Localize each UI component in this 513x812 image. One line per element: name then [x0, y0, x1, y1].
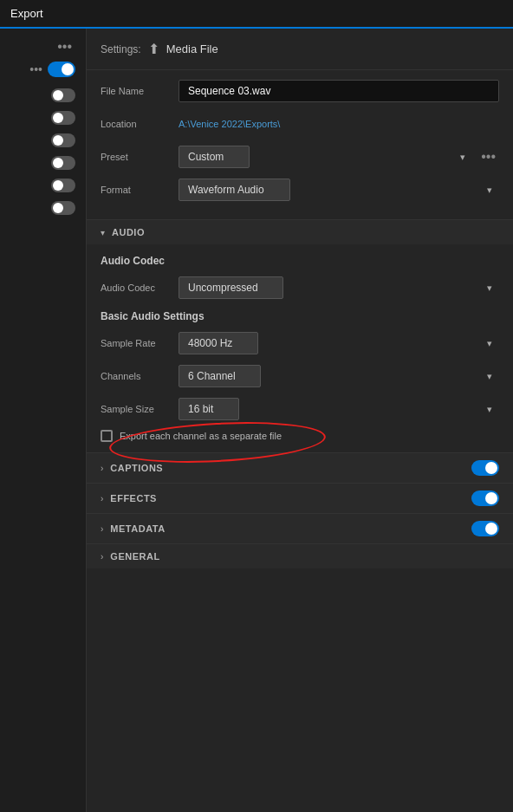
- sidebar-toggle-5[interactable]: [51, 156, 75, 170]
- sample-size-select[interactable]: 16 bit: [179, 398, 239, 420]
- audio-codec-heading: Audio Codec: [101, 255, 499, 267]
- sidebar-toggle-1[interactable]: [48, 62, 75, 77]
- app-title: Export: [10, 7, 43, 20]
- sidebar-more-icon[interactable]: •••: [54, 36, 75, 58]
- file-name-input[interactable]: [179, 80, 499, 102]
- sample-rate-row: Sample Rate 48000 Hz: [101, 331, 499, 355]
- export-channel-annotated: Export each channel as a separate file: [101, 430, 499, 442]
- preset-label: Preset: [101, 152, 179, 162]
- export-channel-label: Export each channel as a separate file: [120, 431, 282, 441]
- format-wrapper: Waveform Audio: [179, 179, 499, 201]
- location-row: Location A:\Venice 2022\Exports\: [101, 112, 499, 136]
- metadata-section-header[interactable]: › METADATA: [87, 513, 513, 543]
- captions-section-title: CAPTIONS: [110, 463, 464, 473]
- export-channel-row: Export each channel as a separate file: [101, 430, 499, 442]
- audio-section-body: Audio Codec Audio Codec Uncompressed Bas…: [87, 244, 513, 452]
- location-value-wrapper: A:\Venice 2022\Exports\: [179, 118, 499, 130]
- sidebar-row-4: [3, 133, 82, 147]
- export-channel-checkbox[interactable]: [101, 430, 113, 442]
- settings-title: Media File: [166, 42, 218, 55]
- audio-codec-wrapper: Uncompressed: [179, 276, 499, 299]
- channels-select-container: 6 Channel: [179, 365, 499, 387]
- settings-label: Settings:: [101, 43, 141, 55]
- media-file-icon: ⬆: [148, 41, 159, 57]
- sample-size-row: Sample Size 16 bit: [101, 397, 499, 421]
- settings-header: Settings: ⬆ Media File: [87, 29, 513, 70]
- sidebar-row-2: [3, 88, 82, 102]
- effects-section-header[interactable]: › EFFECTS: [87, 483, 513, 513]
- sample-size-label: Sample Size: [101, 404, 179, 414]
- sample-rate-label: Sample Rate: [101, 338, 179, 348]
- sidebar-row-top: •••: [3, 62, 82, 77]
- sidebar-toggle-7[interactable]: [51, 201, 75, 215]
- sidebar-toggle-2[interactable]: [51, 88, 75, 102]
- audio-codec-label: Audio Codec: [101, 283, 179, 293]
- format-row: Format Waveform Audio: [101, 178, 499, 202]
- audio-chevron-icon: ▾: [101, 228, 105, 237]
- sample-rate-wrapper: 48000 Hz: [179, 332, 499, 354]
- file-name-value-wrapper: [179, 80, 499, 102]
- preset-select[interactable]: Custom: [179, 146, 250, 168]
- format-label: Format: [101, 185, 179, 195]
- sidebar-row-5: [3, 156, 82, 170]
- metadata-toggle[interactable]: [471, 521, 499, 536]
- audio-codec-select[interactable]: Uncompressed: [179, 276, 283, 299]
- audio-section-header[interactable]: ▾ AUDIO: [87, 219, 513, 244]
- effects-toggle[interactable]: [471, 490, 499, 506]
- sidebar: ••• •••: [0, 29, 87, 812]
- preset-row: Preset Custom •••: [101, 145, 499, 169]
- general-section-header[interactable]: › GENERAL: [87, 543, 513, 568]
- preset-select-container: Custom: [179, 146, 472, 168]
- sample-rate-select-container: 48000 Hz: [179, 332, 499, 354]
- sidebar-toggle-6[interactable]: [51, 179, 75, 192]
- sidebar-row-7: [3, 201, 82, 215]
- sidebar-row-3: [3, 111, 82, 125]
- file-name-row: File Name: [101, 79, 499, 103]
- sidebar-toggle-4[interactable]: [51, 133, 75, 147]
- metadata-section-title: METADATA: [110, 523, 464, 534]
- file-name-label: File Name: [101, 86, 179, 96]
- form-body: File Name Location A:\Venice 2022\Export…: [87, 70, 513, 219]
- basic-audio-settings-heading: Basic Audio Settings: [101, 310, 499, 322]
- sample-size-wrapper: 16 bit: [179, 398, 499, 420]
- channels-select[interactable]: 6 Channel: [179, 365, 261, 387]
- location-label: Location: [101, 119, 179, 129]
- preset-more-icon[interactable]: •••: [477, 147, 499, 166]
- channels-wrapper: 6 Channel: [179, 365, 499, 387]
- sidebar-toggle-3[interactable]: [51, 111, 75, 125]
- captions-section-header[interactable]: › CAPTIONS: [87, 452, 513, 483]
- format-select[interactable]: Waveform Audio: [179, 179, 290, 201]
- location-link[interactable]: A:\Venice 2022\Exports\: [179, 119, 280, 129]
- metadata-chevron-icon: ›: [101, 524, 103, 534]
- general-section-title: GENERAL: [110, 551, 499, 562]
- audio-codec-select-container: Uncompressed: [179, 276, 499, 299]
- audio-section-title: AUDIO: [112, 227, 499, 237]
- captions-toggle[interactable]: [471, 460, 499, 476]
- format-select-container: Waveform Audio: [179, 179, 499, 201]
- effects-chevron-icon: ›: [101, 494, 103, 503]
- preset-wrapper: Custom •••: [179, 146, 499, 168]
- sample-size-select-container: 16 bit: [179, 398, 499, 420]
- sample-rate-select[interactable]: 48000 Hz: [179, 332, 258, 354]
- audio-codec-row: Audio Codec Uncompressed: [101, 276, 499, 300]
- effects-section-title: EFFECTS: [110, 493, 464, 503]
- general-chevron-icon: ›: [101, 552, 103, 562]
- channels-row: Channels 6 Channel: [101, 364, 499, 388]
- sidebar-row-6: [3, 179, 82, 192]
- captions-chevron-icon: ›: [101, 464, 103, 473]
- sidebar-dots-icon[interactable]: •••: [29, 62, 42, 76]
- main-content: Settings: ⬆ Media File File Name Locatio…: [87, 29, 513, 812]
- channels-label: Channels: [101, 371, 179, 381]
